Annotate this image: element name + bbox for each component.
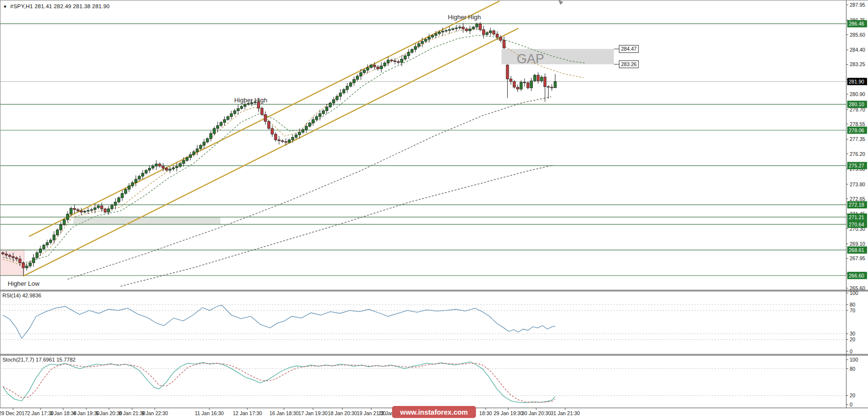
- main-chart-region[interactable]: [0, 0, 846, 290]
- collapse-arrow-icon[interactable]: ▼: [3, 4, 7, 9]
- watermark-instaforex: www.instaforex.com: [392, 406, 476, 418]
- chart-title-text: #SPY,H1 281.41 282.49 281.38 281.90: [10, 3, 109, 9]
- stoch-indicator-region[interactable]: [0, 356, 846, 408]
- stoch-indicator-label: Stoch(21,7,7) 17.6961 15.7782: [2, 357, 76, 363]
- chart-title: ▼#SPY,H1 281.41 282.49 281.38 281.90: [3, 3, 109, 9]
- price-axis-region[interactable]: [846, 0, 868, 408]
- rsi-indicator-label: RSI(14) 42.9836: [2, 293, 41, 298]
- rsi-indicator-region[interactable]: [0, 292, 846, 354]
- chart-window: Higher HighHigher HighHigher LowGAP10080…: [0, 0, 868, 419]
